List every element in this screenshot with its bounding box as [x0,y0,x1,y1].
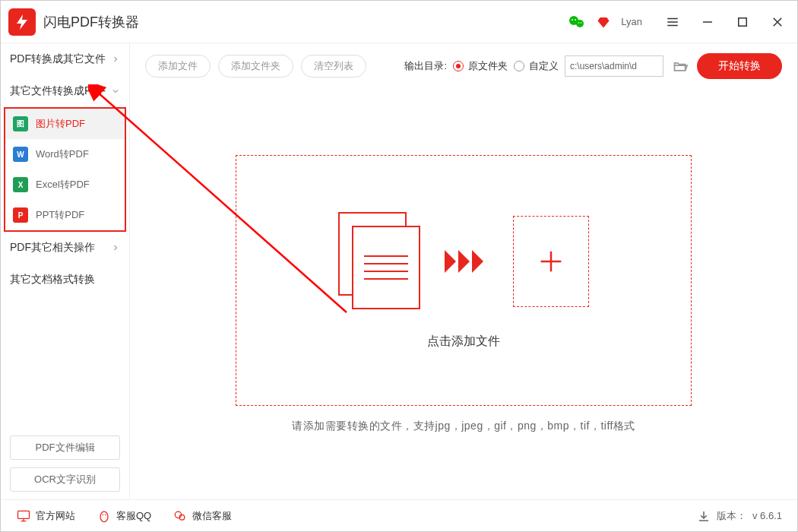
minimize-button[interactable] [695,10,720,34]
maximize-icon [736,15,749,29]
category-label: 其它文档格式转换 [10,273,95,287]
svg-point-3 [575,19,576,21]
category-label: PDF其它相关操作 [10,241,95,255]
subitems-group: 图 图片转PDF W Word转PDF X Excel转PDF P PPT转PD… [4,107,126,232]
qq-penguin-icon [97,508,112,524]
version-value: v 6.6.1 [752,510,782,521]
app-title: 闪电PDF转换器 [43,13,139,31]
add-file-button[interactable]: 添加文件 [145,55,211,78]
download-icon [697,509,711,523]
folder-open-icon [673,59,688,74]
ocr-button[interactable]: OCR文字识别 [10,467,120,492]
sidebar-item-word-to-pdf[interactable]: W Word转PDF [5,139,125,169]
svg-point-5 [581,22,582,24]
sidebar-item-ppt-to-pdf[interactable]: P PPT转PDF [5,200,125,230]
menu-button[interactable] [660,10,685,34]
close-icon [771,15,784,29]
pdf-edit-button[interactable]: PDF文件编辑 [10,435,120,460]
output-path-input[interactable] [565,55,663,77]
svg-rect-6 [739,17,747,26]
sidebar-item-excel-to-pdf[interactable]: X Excel转PDF [5,169,125,200]
subitem-label: PPT转PDF [36,208,84,222]
document-stack-icon [338,212,422,311]
radio-label: 原文件夹 [468,59,508,73]
dropzone-text: 点击添加文件 [427,334,500,350]
category-other-formats[interactable]: 其它文档格式转换 [1,264,129,296]
titlebar: 闪电PDF转换器 Lyan [1,1,797,43]
category-pdf-to-other[interactable]: PDF转换成其它文件 [1,43,129,75]
svg-rect-7 [18,511,30,518]
dropzone[interactable]: 点击添加文件 [236,155,692,406]
footer-link-label: 官方网站 [36,509,75,523]
clear-list-button[interactable]: 清空列表 [301,55,366,78]
footer-link-label: 客服QQ [116,509,151,523]
radio-original-folder[interactable]: 原文件夹 [453,59,508,73]
vip-diamond-icon[interactable] [597,15,610,29]
chevron-down-icon [111,87,120,96]
version-label: 版本： [717,509,746,523]
lightning-icon [13,13,31,31]
subitem-label: Excel转PDF [36,178,90,192]
wechat-support-link[interactable]: 微信客服 [173,508,232,524]
footer: 官方网站 客服QQ 微信客服 版本： v 6.6.1 [1,499,797,531]
plus-icon [536,246,566,277]
image-file-icon: 图 [13,116,28,131]
radio-custom-folder[interactable]: 自定义 [514,59,559,73]
maximize-button[interactable] [730,10,755,34]
footer-link-label: 微信客服 [192,509,232,523]
titlebar-right: Lyan [568,10,790,34]
radio-label: 自定义 [529,59,559,73]
excel-file-icon: X [13,177,28,192]
output-section: 输出目录: 原文件夹 自定义 开始转换 [404,53,782,79]
wechat-support-icon [173,508,188,524]
app-logo [8,8,36,36]
category-pdf-other-ops[interactable]: PDF其它相关操作 [1,232,129,264]
monitor-icon [16,508,31,524]
minimize-icon [701,15,714,29]
ppt-file-icon: P [13,207,28,223]
svg-point-2 [572,19,573,21]
username[interactable]: Lyan [621,16,642,27]
version-info[interactable]: 版本： v 6.6.1 [697,509,782,523]
app-window: 闪电PDF转换器 Lyan PDF转换成其它文件 其它文件转换成PDF [0,0,798,532]
chevron-right-icon [111,243,120,252]
subitem-label: 图片转PDF [36,117,85,131]
toolbar: 添加文件 添加文件夹 清空列表 输出目录: 原文件夹 自定义 [130,43,797,89]
dropzone-graphics [338,212,589,311]
svg-point-8 [100,511,108,521]
chevron-right-icon [111,55,120,64]
sidebar-item-image-to-pdf[interactable]: 图 图片转PDF [5,109,125,139]
word-file-icon: W [13,147,28,162]
svg-point-9 [103,514,104,515]
dropzone-hint: 请添加需要转换的文件，支持jpg，jpeg，gif，png，bmp，tif，ti… [292,420,635,433]
category-label: PDF转换成其它文件 [10,52,106,66]
svg-point-10 [105,514,106,515]
add-target-box [513,216,589,307]
browse-folder-button[interactable] [670,55,691,77]
subitem-label: Word转PDF [36,147,89,161]
radio-icon [453,61,464,71]
category-label: 其它文件转换成PDF [10,84,106,98]
official-website-link[interactable]: 官方网站 [16,508,75,524]
radio-icon [514,61,524,71]
add-folder-button[interactable]: 添加文件夹 [218,55,293,78]
output-label: 输出目录: [404,59,447,73]
svg-point-1 [576,20,584,27]
sidebar-bottom: PDF文件编辑 OCR文字识别 [1,428,129,499]
body: PDF转换成其它文件 其它文件转换成PDF 图 图片转PDF W Word转PD… [1,43,797,499]
wechat-icon[interactable] [568,13,586,31]
triple-arrow-icon [445,250,490,273]
qq-support-link[interactable]: 客服QQ [97,508,151,524]
dropzone-area: 点击添加文件 请添加需要转换的文件，支持jpg，jpeg，gif，png，bmp… [130,89,797,499]
hamburger-icon [666,15,679,29]
sidebar: PDF转换成其它文件 其它文件转换成PDF 图 图片转PDF W Word转PD… [1,43,130,499]
close-button[interactable] [765,10,790,34]
svg-point-4 [578,22,580,24]
start-convert-button[interactable]: 开始转换 [697,53,782,79]
category-other-to-pdf[interactable]: 其它文件转换成PDF [1,75,129,107]
main: 添加文件 添加文件夹 清空列表 输出目录: 原文件夹 自定义 [130,43,797,499]
